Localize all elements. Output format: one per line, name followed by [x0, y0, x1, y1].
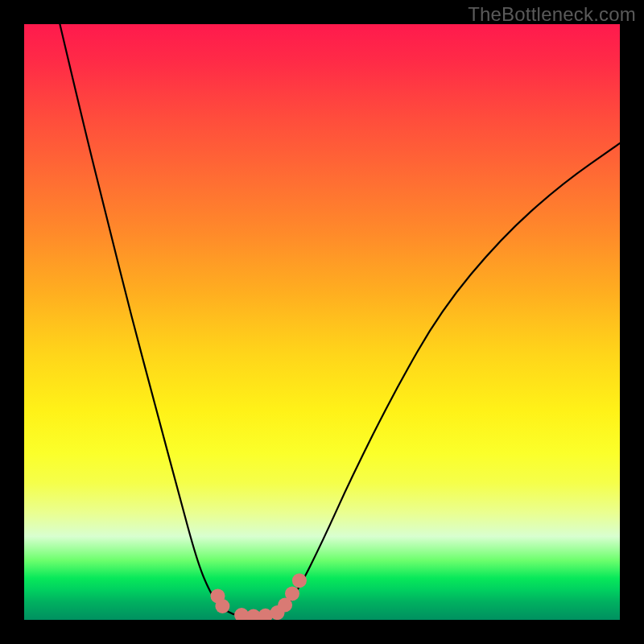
plot-area: [24, 24, 620, 620]
watermark-text: TheBottleneck.com: [468, 3, 636, 26]
bottleneck-curve: [60, 24, 620, 617]
bead-marker: [292, 573, 307, 588]
curve-svg: [24, 24, 620, 620]
highlight-beads: [211, 573, 307, 620]
chart-frame: TheBottleneck.com: [0, 0, 644, 644]
bead-marker: [215, 599, 229, 613]
bead-marker: [285, 586, 299, 601]
